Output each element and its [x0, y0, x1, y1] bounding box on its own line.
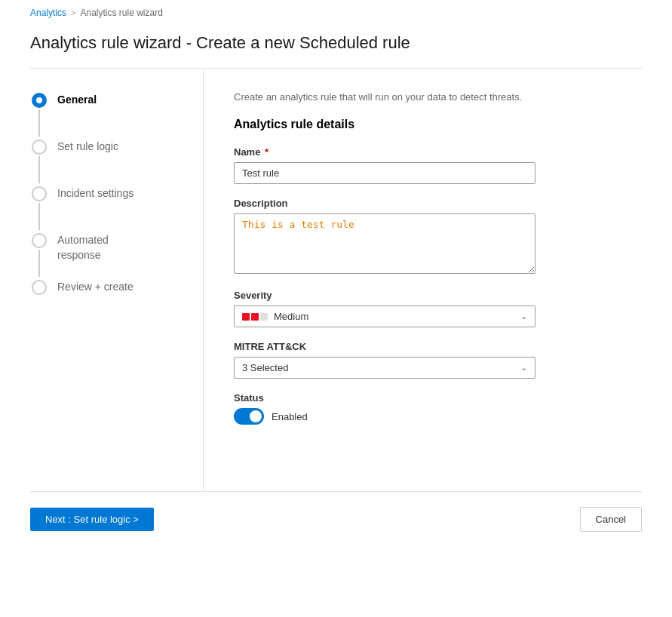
status-label: Status [234, 392, 619, 404]
step-line-automated [38, 250, 40, 277]
step-circle-incident [32, 186, 47, 201]
severity-chevron-icon: ⌄ [520, 312, 527, 321]
step-label-setrulelogic: Set rule logic [57, 138, 118, 155]
step-set-rule-logic[interactable]: Set rule logic [30, 138, 188, 185]
step-automated-response[interactable]: Automatedresponse [30, 232, 188, 278]
mitre-chevron-icon: ⌄ [520, 363, 527, 373]
step-line-general [38, 109, 40, 137]
breadcrumb-current: Analytics rule wizard [80, 8, 162, 18]
section-title: Analytics rule details [234, 118, 619, 131]
name-input[interactable] [234, 162, 535, 184]
severity-icons [242, 313, 268, 321]
step-circle-automated [32, 233, 47, 248]
description-input[interactable]: This is a test rule [234, 213, 535, 274]
name-label: Name * [234, 146, 619, 158]
step-line-setrulelogic [38, 156, 40, 183]
next-button[interactable]: Next : Set rule logic > [30, 508, 154, 531]
step-connector-setrulelogic [30, 138, 48, 185]
breadcrumb: Analytics > Analytics rule wizard [0, 0, 672, 26]
wizard-main: Create an analytics rule that will run o… [204, 69, 642, 491]
step-label-general: General [57, 91, 97, 108]
cancel-button[interactable]: Cancel [580, 507, 642, 532]
name-field-group: Name * [234, 146, 619, 184]
breadcrumb-separator: > [71, 8, 75, 17]
toggle-group: Enabled [234, 408, 619, 425]
status-field-group: Status Enabled [234, 392, 619, 425]
toggle-label: Enabled [272, 411, 308, 422]
description-field-group: Description This is a test rule [234, 198, 619, 276]
mitre-value: 3 Selected [242, 362, 288, 373]
severity-label: Severity [234, 290, 619, 301]
severity-select-wrapper: Medium ⌄ [234, 305, 535, 327]
step-circle-general [32, 93, 47, 108]
step-circle-review [32, 280, 47, 295]
sev-block-2 [251, 313, 259, 321]
sev-block-1 [242, 313, 250, 321]
step-line-incident [38, 203, 40, 230]
step-general[interactable]: General [30, 91, 188, 138]
wizard-layout: General Set rule logic Incident settings [30, 69, 642, 491]
severity-select[interactable]: Medium ⌄ [234, 305, 535, 327]
breadcrumb-analytics-link[interactable]: Analytics [30, 8, 66, 18]
step-connector-incident [30, 185, 48, 232]
severity-select-left: Medium [242, 311, 308, 322]
step-connector-automated [30, 232, 48, 278]
mitre-field-group: MITRE ATT&CK 3 Selected ⌄ [234, 341, 619, 379]
intro-text: Create an analytics rule that will run o… [234, 91, 619, 103]
severity-field-group: Severity Medium ⌄ [234, 290, 619, 327]
toggle-knob [250, 410, 262, 422]
mitre-select-wrapper: 3 Selected ⌄ [234, 357, 535, 379]
page-title: Analytics rule wizard - Create a new Sch… [0, 26, 672, 68]
wizard-footer: Next : Set rule logic > Cancel [0, 492, 672, 547]
step-label-automated: Automatedresponse [57, 232, 109, 262]
mitre-select[interactable]: 3 Selected ⌄ [234, 357, 535, 379]
step-incident-settings[interactable]: Incident settings [30, 185, 188, 232]
mitre-label: MITRE ATT&CK [234, 341, 619, 352]
step-circle-setrulelogic [32, 140, 47, 155]
step-connector-general [30, 91, 48, 138]
severity-value: Medium [274, 311, 308, 322]
step-label-incident: Incident settings [57, 185, 133, 201]
description-label: Description [234, 198, 619, 209]
step-review-create[interactable]: Review + create [30, 278, 188, 295]
wizard-sidebar: General Set rule logic Incident settings [30, 69, 204, 491]
status-toggle[interactable] [234, 408, 264, 425]
sev-block-3 [260, 313, 268, 321]
step-connector-review [30, 278, 48, 295]
step-label-review: Review + create [57, 278, 133, 295]
name-required-star: * [262, 146, 268, 158]
